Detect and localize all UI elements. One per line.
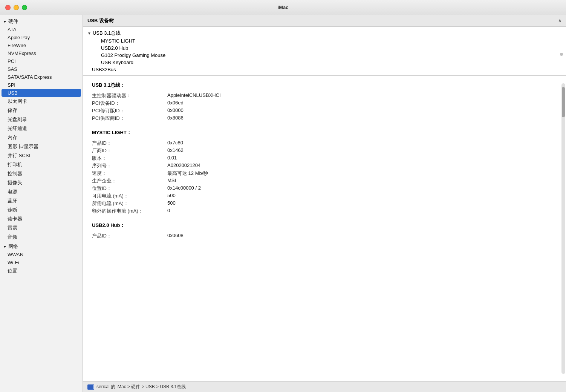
tree-item-mystic-light[interactable]: MYSTIC LIGHT [83,37,566,44]
detail-label: 速度： [92,170,167,177]
detail-label: PCI供应商ID： [92,115,167,122]
close-button[interactable] [5,5,11,10]
detail-value: 0x1462 [167,147,184,154]
tree-item-label: G102 Prodigy Gaming Mouse [101,52,165,58]
window-title: iMac [278,5,289,10]
sidebar: ▼ 硬件 ATA Apple Pay FireWire NVMExpress P… [0,15,83,392]
triangle-icon: ▼ [87,31,91,35]
sidebar-item-printer[interactable]: 打印机 [0,160,83,169]
detail-row: 产品ID： 0x7c80 [92,140,557,147]
tree-item-usb20hub[interactable]: USB2.0 Hub [83,44,566,52]
sidebar-item-firewire[interactable]: FireWire [0,41,83,49]
sidebar-item-wifi[interactable]: Wi-Fi [0,259,83,266]
detail-scrollbar[interactable] [561,83,565,374]
maximize-button[interactable] [22,5,27,10]
detail-value: 0.01 [167,155,177,162]
tree-item-usb-keyboard[interactable]: USB Keyboard [83,59,566,66]
sidebar-item-applepay[interactable]: Apple Pay [0,34,83,41]
sidebar-item-power[interactable]: 电源 [0,187,83,196]
sidebar-group-hardware[interactable]: ▼ 硬件 [0,17,83,26]
detail-value: 0x7c80 [167,140,183,147]
detail-label: 序列号： [92,162,167,169]
sidebar-item-pci[interactable]: PCI [0,57,83,65]
sidebar-item-location[interactable]: 位置 [0,266,83,276]
usb31-detail-block: USB 3.1总线： 主控制器驱动器： AppleIntelCNLUSBXHCI… [92,82,557,122]
usb-tree-title: USB 设备树 [87,17,114,24]
sidebar-item-graphics[interactable]: 图形卡/显示器 [0,142,83,151]
detail-row: 速度： 最高可达 12 Mb/秒 [92,170,557,177]
sidebar-item-controller[interactable]: 控制器 [0,169,83,178]
tree-item-label: USB Keyboard [101,60,133,65]
sidebar-item-audio[interactable]: 音频 [0,233,83,242]
detail-label: 版本： [92,155,167,162]
hardware-group-label: 硬件 [8,18,18,25]
sidebar-item-bluetooth[interactable]: 蓝牙 [0,196,83,205]
sidebar-item-storage[interactable]: 储存 [0,106,83,115]
detail-row: 版本： 0.01 [92,155,557,162]
mystic-light-detail-block: MYSTIC LIGHT： 产品ID： 0x7c80 厂商ID： 0x1462 … [92,129,557,214]
sidebar-item-fiber[interactable]: 光纤通道 [0,124,83,133]
usb-tree-header: USB 设备树 ∧ [83,15,566,27]
detail-value: 最高可达 12 Mb/秒 [167,170,208,177]
detail-label: 生产企业： [92,178,167,184]
network-group-label: 网络 [8,243,18,250]
scrollbar-indicator [560,53,563,56]
sidebar-item-diagnostics[interactable]: 诊断 [0,205,83,214]
detail-row: 生产企业： MSI [92,178,557,184]
detail-label: 可用电流 (mA)： [92,193,167,199]
sidebar-item-ethernet[interactable]: 以太网卡 [0,97,83,106]
detail-row: PCI供应商ID： 0x8086 [92,115,557,122]
detail-label: 产品ID： [92,140,167,147]
detail-value: 0x0000 [167,107,184,114]
breadcrumb: serical 的 iMac > 硬件 > USB > USB 3.1总线 [96,384,186,390]
tree-item-label: MYSTIC LIGHT [101,38,135,44]
detail-value: 0x14c00000 / 2 [167,185,201,192]
sidebar-item-usb[interactable]: USB [2,89,81,97]
main-layout: ▼ 硬件 ATA Apple Pay FireWire NVMExpress P… [0,15,566,392]
tree-item-usb32bus[interactable]: USB32Bus [83,66,566,73]
tree-item-usb31bus[interactable]: ▼ USB 3.1总线 [83,29,566,37]
sidebar-item-thunderbolt[interactable]: 雷雳 [0,224,83,233]
detail-value: 0x8086 [167,115,184,122]
tree-item-label: USB32Bus [92,67,116,72]
detail-value: AppleIntelCNLUSBXHCI [167,92,221,99]
detail-label: 产品ID： [92,233,167,239]
window-controls [5,5,27,10]
minimize-button[interactable] [14,5,19,10]
sidebar-item-ata[interactable]: ATA [0,26,83,34]
detail-row: 厂商ID： 0x1462 [92,147,557,154]
detail-value: 500 [167,200,176,207]
sidebar-item-memory[interactable]: 内存 [0,133,83,142]
detail-row: 可用电流 (mA)： 500 [92,193,557,199]
tree-item-gaming-mouse[interactable]: G102 Prodigy Gaming Mouse [83,52,566,59]
detail-label: 主控制器驱动器： [92,92,167,99]
detail-section[interactable]: USB 3.1总线： 主控制器驱动器： AppleIntelCNLUSBXHCI… [83,76,566,381]
detail-row: PCI设备ID： 0x06ed [92,100,557,107]
sidebar-item-cardreader[interactable]: 读卡器 [0,214,83,224]
imac-icon [87,384,94,390]
detail-value: 500 [167,193,176,199]
sidebar-item-sata[interactable]: SATA/SATA Express [0,73,83,81]
detail-row: 序列号： A02020021204 [92,162,557,169]
detail-label: 厂商ID： [92,147,167,154]
sidebar-item-nvmexpress[interactable]: NVMExpress [0,49,83,57]
sidebar-item-camera[interactable]: 摄像头 [0,178,83,187]
chevron-up-icon: ∧ [558,18,561,23]
detail-row: 位置ID： 0x14c00000 / 2 [92,185,557,192]
detail-label: 额外的操作电流 (mA)： [92,208,167,214]
detail-label: PCI设备ID： [92,100,167,107]
sidebar-item-spi[interactable]: SPI [0,81,83,89]
usb31-block-title: USB 3.1总线： [92,82,557,89]
sidebar-item-optical[interactable]: 光盘刻录 [0,115,83,124]
detail-row: 产品ID： 0x0608 [92,233,557,239]
right-panel: USB 设备树 ∧ ▼ USB 3.1总线 MYSTIC LIGHT USB2.… [83,15,566,392]
tree-item-label: USB2.0 Hub [101,45,128,51]
sidebar-item-wwan[interactable]: WWAN [0,251,83,259]
sidebar-group-network[interactable]: ▼ 网络 [0,242,83,251]
sidebar-item-parallel-scsi[interactable]: 并行 SCSI [0,151,83,160]
sidebar-item-sas[interactable]: SAS [0,65,83,73]
usb20hub-detail-block: USB2.0 Hub： 产品ID： 0x0608 [92,222,557,239]
statusbar: serical 的 iMac > 硬件 > USB > USB 3.1总线 [83,381,566,392]
titlebar: iMac [0,0,566,15]
detail-value: 0x06ed [167,100,184,107]
